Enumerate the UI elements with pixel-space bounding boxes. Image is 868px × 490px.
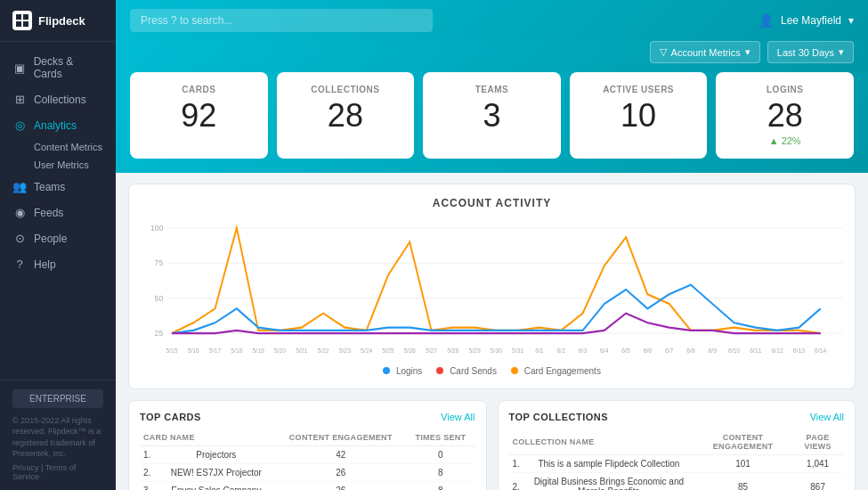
svg-text:6/10: 6/10 (728, 347, 740, 355)
col-times-sent: TIMES SENT (406, 429, 475, 446)
col-collection-engagement: CONTENT ENGAGEMENT (694, 429, 791, 455)
svg-text:6/4: 6/4 (600, 347, 608, 355)
svg-text:5/17: 5/17 (209, 347, 221, 355)
sidebar-label-help: Help (34, 258, 56, 271)
stat-card-logins: LOGINS 28 ▲ 22% (716, 72, 854, 159)
table-row: 1.This is a sample Flipdeck Collection10… (509, 455, 845, 473)
stat-value-collections: 28 (291, 100, 401, 132)
bottom-section: TOP CARDS View All CARD NAME CONTENT ENG… (128, 400, 856, 490)
svg-text:6/9: 6/9 (709, 347, 717, 355)
feeds-icon: ◉ (12, 206, 27, 219)
svg-text:6/3: 6/3 (579, 347, 587, 355)
stat-label-collections: COLLECTIONS (291, 85, 401, 94)
svg-text:5/16: 5/16 (188, 347, 199, 355)
legend-logins-label: Logins (396, 366, 422, 376)
svg-text:50: 50 (155, 293, 164, 302)
legend-card-sends-label: Card Sends (450, 366, 497, 376)
col-page-views: PAGE VIEWS (791, 429, 844, 455)
svg-text:5/29: 5/29 (468, 347, 480, 355)
chart-legend: Logins Card Sends Card Engagements (142, 366, 842, 376)
sidebar-item-feeds[interactable]: ◉ Feeds (0, 200, 116, 225)
stat-card-active-users: ACTIVE USERS 10 (570, 72, 708, 159)
sidebar-item-help[interactable]: ? Help (0, 251, 116, 277)
top-collections-header: TOP COLLECTIONS View All (509, 412, 845, 422)
svg-text:5/18: 5/18 (231, 347, 242, 355)
enterprise-button[interactable]: ENTERPRISE (12, 389, 103, 408)
filter-icon: ▽ (660, 46, 667, 58)
svg-text:5/24: 5/24 (361, 347, 372, 355)
svg-text:6/11: 6/11 (750, 347, 761, 355)
sidebar-footer: ENTERPRISE © 2015-2022 All rights reserv… (0, 380, 116, 490)
user-menu[interactable]: 👤 Lee Mayfield ▾ (758, 13, 854, 28)
sidebar-label-people: People (34, 233, 67, 245)
svg-text:100: 100 (150, 224, 164, 233)
col-card-name: CARD NAME (140, 429, 275, 446)
sidebar-label-teams: Teams (34, 181, 65, 193)
stat-card-cards: CARDS 92 (130, 72, 268, 159)
chevron-down-icon: ▾ (745, 46, 750, 58)
sidebar-item-user-metrics[interactable]: User Metrics (34, 156, 116, 174)
svg-text:5/26: 5/26 (404, 347, 416, 355)
top-collections-view-all[interactable]: View All (810, 412, 844, 422)
top-cards-header: TOP CARDS View All (140, 412, 475, 422)
help-icon: ? (12, 257, 27, 271)
search-input[interactable] (130, 9, 433, 32)
stat-value-logins: 28 (730, 100, 840, 132)
analytics-sub-nav: Content Metrics User Metrics (0, 138, 116, 174)
svg-text:5/30: 5/30 (491, 347, 502, 355)
stat-value-active-users: 10 (584, 100, 694, 132)
top-cards-title: TOP CARDS (140, 412, 201, 422)
logo-icon (12, 11, 32, 30)
sidebar-item-people[interactable]: ⊙ People (0, 225, 116, 251)
privacy-link[interactable]: Privacy (12, 463, 39, 472)
chart-area: 100 75 50 25 5/15 5/16 5/17 5/18 5/19 5/… (142, 218, 842, 361)
stat-value-cards: 92 (144, 100, 254, 132)
svg-text:5/22: 5/22 (317, 347, 329, 355)
svg-text:5/28: 5/28 (447, 347, 458, 355)
sidebar-label-collections: Collections (34, 94, 86, 106)
svg-rect-0 (16, 14, 21, 20)
stat-card-collections: COLLECTIONS 28 (277, 72, 415, 159)
account-metrics-button[interactable]: ▽ Account Metrics ▾ (650, 41, 760, 63)
svg-text:6/8: 6/8 (686, 347, 694, 355)
sidebar-item-decks-cards[interactable]: ▣ Decks & Cards (0, 49, 116, 86)
svg-rect-3 (23, 21, 28, 27)
svg-text:75: 75 (155, 258, 164, 267)
sidebar-item-analytics[interactable]: ◎ Analytics (0, 112, 116, 138)
date-range-button[interactable]: Last 30 Days ▾ (767, 41, 854, 63)
table-row: 2.Digital Business Brings Economic and M… (509, 473, 845, 491)
svg-text:25: 25 (155, 329, 164, 338)
top-cards-view-all[interactable]: View All (441, 412, 475, 422)
svg-text:6/12: 6/12 (772, 347, 783, 355)
date-range-label: Last 30 Days (777, 47, 834, 58)
svg-text:6/5: 6/5 (621, 347, 629, 355)
main-content: 👤 Lee Mayfield ▾ ▽ Account Metrics ▾ Las… (116, 0, 868, 490)
sidebar-item-content-metrics[interactable]: Content Metrics (34, 138, 116, 156)
stat-label-active-users: ACTIVE USERS (584, 85, 694, 94)
collections-table: COLLECTION NAME CONTENT ENGAGEMENT PAGE … (509, 429, 845, 490)
svg-text:5/21: 5/21 (296, 347, 307, 355)
top-collections-title: TOP COLLECTIONS (509, 412, 609, 422)
svg-text:6/6: 6/6 (644, 347, 652, 355)
svg-text:5/31: 5/31 (512, 347, 523, 355)
cards-table: CARD NAME CONTENT ENGAGEMENT TIMES SENT … (140, 429, 475, 490)
svg-rect-1 (23, 14, 28, 20)
logo-area: Flipdeck (0, 0, 116, 42)
card-sends-dot (436, 367, 443, 374)
topbar: 👤 Lee Mayfield ▾ (116, 0, 868, 41)
footer-copyright: © 2015-2022 All rights reserved. Flipdec… (12, 415, 103, 460)
chart-title: ACCOUNT ACTIVITY (142, 197, 842, 209)
col-collection-name: COLLECTION NAME (509, 429, 694, 455)
svg-text:6/7: 6/7 (665, 347, 673, 355)
stat-label-teams: TEAMS (437, 85, 547, 94)
svg-text:5/15: 5/15 (166, 347, 177, 355)
svg-rect-2 (16, 21, 21, 27)
user-icon: 👤 (758, 13, 774, 28)
stat-value-teams: 3 (437, 100, 547, 132)
sidebar-item-teams[interactable]: 👥 Teams (0, 174, 116, 200)
col-content-engagement: CONTENT ENGAGEMENT (275, 429, 406, 446)
sidebar-item-collections[interactable]: ⊞ Collections (0, 86, 116, 112)
filter-bar: ▽ Account Metrics ▾ Last 30 Days ▾ (116, 41, 868, 72)
svg-text:6/2: 6/2 (557, 347, 565, 355)
svg-text:5/20: 5/20 (274, 347, 286, 355)
